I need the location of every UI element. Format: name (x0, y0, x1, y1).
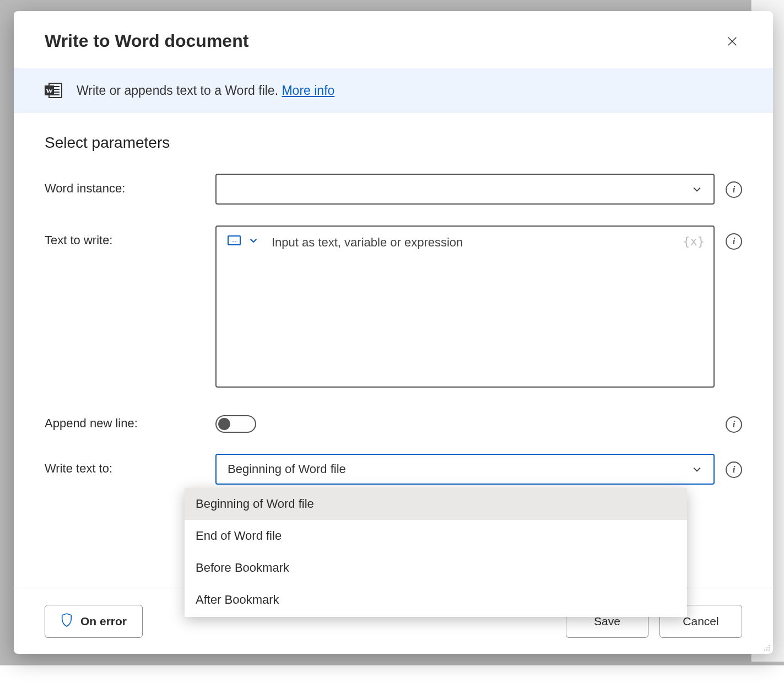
text-to-write-input[interactable]: - - Input as text, variable or expressio… (215, 225, 715, 388)
param-label: Word instance: (45, 174, 204, 196)
insert-variable-button[interactable]: {x} (683, 234, 705, 248)
param-write-text-to: Write text to: Beginning of Word file Be… (45, 454, 742, 485)
write-text-to-select[interactable]: Beginning of Word file (215, 454, 715, 485)
param-append-new-line: Append new line: i (45, 409, 742, 433)
chevron-down-icon (691, 464, 702, 475)
on-error-button[interactable]: On error (45, 605, 143, 638)
section-title: Select parameters (45, 134, 742, 152)
info-icon[interactable]: i (726, 461, 742, 478)
chevron-down-icon (691, 184, 702, 195)
close-icon (726, 35, 738, 47)
param-label: Append new line: (45, 409, 204, 431)
close-button[interactable] (722, 31, 742, 51)
resize-handle[interactable] (762, 643, 771, 652)
toggle-knob (218, 418, 230, 430)
svg-point-10 (764, 649, 765, 651)
on-error-label: On error (80, 615, 127, 628)
param-control (215, 409, 715, 433)
param-control: - - Input as text, variable or expressio… (215, 225, 715, 388)
banner-description: Write or appends text to a Word file. (77, 83, 282, 98)
cancel-label: Cancel (683, 615, 718, 628)
shield-icon (61, 613, 73, 630)
param-word-instance: Word instance: i (45, 174, 742, 205)
info-icon[interactable]: i (726, 181, 742, 198)
svg-point-12 (769, 649, 770, 651)
modal-body: Select parameters Word instance: i Text … (14, 113, 773, 588)
param-label: Text to write: (45, 225, 204, 248)
banner-text: Write or appends text to a Word file. Mo… (77, 83, 334, 98)
svg-point-8 (766, 647, 767, 648)
dropdown-option[interactable]: After Bookmark (185, 584, 687, 616)
action-config-modal: Write to Word document W Write or append… (14, 11, 773, 654)
background-bottom-bar (0, 665, 784, 698)
svg-point-11 (766, 649, 767, 651)
dropdown-option[interactable]: Beginning of Word file (185, 488, 687, 520)
modal-header: Write to Word document (14, 11, 773, 68)
input-placeholder: Input as text, variable or expression (272, 235, 463, 250)
param-control (215, 174, 715, 205)
modal-title: Write to Word document (45, 31, 248, 51)
param-label: Write text to: (45, 454, 204, 476)
input-type-selector[interactable]: - - (228, 235, 258, 245)
param-control: Beginning of Word file Beginning of Word… (215, 454, 715, 485)
dropdown-option[interactable]: End of Word file (185, 520, 687, 552)
write-text-to-value: Beginning of Word file (228, 462, 346, 476)
word-icon: W (45, 83, 62, 98)
info-icon[interactable]: i (726, 233, 742, 250)
more-info-link[interactable]: More info (282, 83, 334, 98)
text-mode-icon: - - (228, 235, 241, 245)
svg-point-9 (769, 647, 770, 648)
dropdown-option[interactable]: Before Bookmark (185, 552, 687, 584)
word-instance-select[interactable] (215, 174, 715, 205)
write-text-to-dropdown: Beginning of Word file End of Word file … (185, 488, 687, 617)
chevron-down-icon (248, 235, 258, 245)
param-text-to-write: Text to write: - - Input as text, variab… (45, 225, 742, 388)
info-icon[interactable]: i (726, 416, 742, 433)
svg-point-7 (769, 645, 770, 646)
append-new-line-toggle[interactable] (215, 415, 256, 433)
info-banner: W Write or appends text to a Word file. … (14, 68, 773, 113)
svg-text:W: W (46, 87, 53, 95)
